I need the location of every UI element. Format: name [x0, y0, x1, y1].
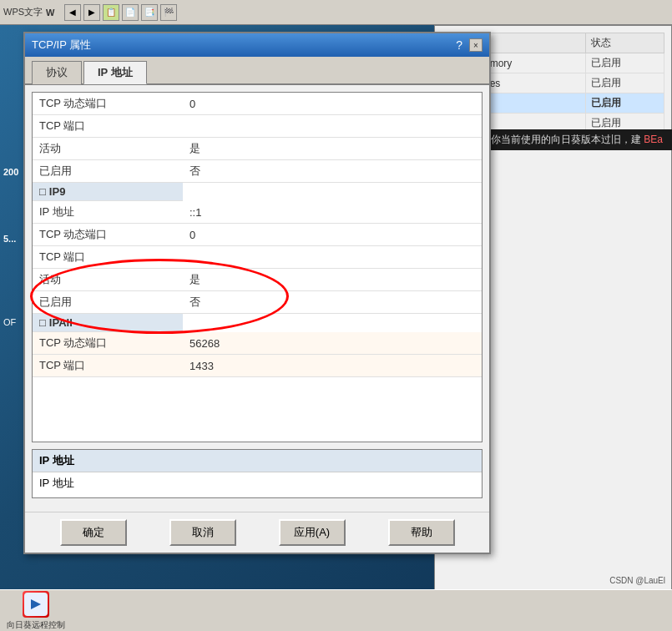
table-row[interactable]: 活动 是 — [33, 138, 482, 160]
prop-value: 否 — [183, 291, 482, 314]
tab-ip-address[interactable]: IP 地址 — [83, 61, 147, 84]
table-row[interactable]: TCP 端口 — [33, 115, 482, 138]
prop-value — [183, 115, 482, 138]
ip-section-header: IP 地址 — [33, 450, 482, 472]
taskbar-bottom: 向日葵远程控制 — [0, 589, 672, 631]
ip-address-section: IP 地址 IP 地址 — [32, 449, 483, 498]
tooltip-text: 你当前使用的向日葵版本过旧，建 — [491, 134, 641, 145]
taskbar-w-label: W — [46, 8, 54, 18]
dialog-tabs: 协议 IP 地址 — [25, 57, 489, 85]
prop-value: 是 — [183, 138, 482, 160]
prop-value: 是 — [183, 269, 482, 291]
table-row[interactable]: TCP 动态端口 0 — [33, 93, 482, 115]
table-row-tcp-port[interactable]: TCP 端口 1433 — [33, 355, 482, 377]
taskbar-top: WPS文字 W ◀ ▶ 📋 📄 📑 🏁 — [0, 0, 672, 25]
sunflower-icon-image — [23, 591, 49, 618]
prop-label: 已启用 — [33, 160, 183, 183]
apply-button[interactable]: 应用(A) — [279, 519, 346, 546]
help-button[interactable]: 帮助 — [388, 519, 455, 546]
table-row-tcp-dynamic[interactable]: TCP 动态端口 56268 — [33, 332, 482, 355]
dialog-titlebar: TCP/IP 属性 ? × — [25, 33, 489, 57]
prop-label: 已启用 — [33, 291, 183, 314]
tooltip-notification: 你当前使用的向日葵版本过旧，建 BEa — [484, 129, 672, 150]
prop-value: ::1 — [183, 201, 482, 224]
table-row[interactable]: 已启用 否 — [33, 291, 482, 314]
table-row[interactable]: TCP 端口 — [33, 246, 482, 269]
section-label: IPAll — [49, 316, 73, 329]
help-icon[interactable]: ? — [456, 38, 462, 52]
prop-value: 0 — [183, 224, 482, 246]
toolbar-icon-2[interactable]: ▶ — [83, 4, 100, 21]
section-ipall[interactable]: □ IPAll — [33, 314, 482, 333]
toolbar-icon-5[interactable]: 📑 — [141, 4, 158, 21]
collapse-icon: □ — [39, 316, 46, 329]
properties-container[interactable]: TCP 动态端口 0 TCP 端口 活动 是 已启用 — [32, 92, 483, 442]
table-row[interactable]: TCP 动态端口 0 — [33, 224, 482, 246]
section-label: IP9 — [49, 185, 66, 198]
row-status: 已启用 — [586, 53, 664, 73]
tab-protocol[interactable]: 协议 — [32, 61, 82, 84]
row-status: 已启用 — [586, 73, 664, 93]
prop-value: 0 — [183, 93, 482, 115]
prop-label: 活动 — [33, 269, 183, 291]
sunflower-label: 向日葵远程控制 — [7, 619, 65, 631]
prop-label: TCP 动态端口 — [33, 224, 183, 246]
tooltip-highlight: BEa — [644, 134, 663, 145]
toolbar-icon-3[interactable]: 📋 — [103, 4, 119, 21]
prop-label: 活动 — [33, 138, 183, 160]
prop-value: 否 — [183, 160, 482, 183]
properties-table: TCP 动态端口 0 TCP 端口 活动 是 已启用 — [33, 93, 482, 377]
collapse-icon: □ — [39, 185, 46, 198]
prop-label: TCP 动态端口 — [33, 332, 183, 355]
table-row[interactable]: 已启用 否 — [33, 160, 482, 183]
side-number-200: 200 — [3, 167, 18, 177]
titlebar-controls: ? × — [456, 38, 483, 52]
row-status: 已启用 — [586, 93, 664, 114]
ok-button[interactable]: 确定 — [60, 519, 127, 546]
table-row[interactable]: 活动 是 — [33, 269, 482, 291]
cancel-button[interactable]: 取消 — [169, 519, 236, 546]
prop-value — [183, 246, 482, 269]
side-number-s: 5... — [3, 234, 16, 244]
prop-label: TCP 动态端口 — [33, 93, 183, 115]
prop-value: 56268 — [183, 332, 482, 355]
close-button[interactable]: × — [469, 38, 483, 52]
toolbar-icon-4[interactable]: 📄 — [122, 4, 139, 21]
prop-label: TCP 端口 — [33, 246, 183, 269]
tcp-ip-dialog: TCP/IP 属性 ? × 协议 IP 地址 TCP 动态端口 0 — [23, 32, 491, 554]
dialog-content: TCP 动态端口 0 TCP 端口 活动 是 已启用 — [25, 85, 489, 512]
prop-label: IP 地址 — [33, 201, 183, 224]
col-status: 状态 — [586, 33, 664, 53]
toolbar-icon-1[interactable]: ◀ — [64, 4, 81, 21]
sunflower-app-icon[interactable]: 向日葵远程控制 — [7, 591, 65, 631]
dialog-title: TCP/IP 属性 — [32, 38, 91, 53]
prop-label: TCP 端口 — [33, 115, 183, 138]
table-row[interactable]: IP 地址 ::1 — [33, 201, 482, 224]
ip-section-content: IP 地址 — [33, 472, 482, 497]
csdn-watermark: CSDN @LauEl — [609, 576, 665, 585]
prop-label: TCP 端口 — [33, 355, 183, 377]
dialog-buttons: 确定 取消 应用(A) 帮助 — [25, 512, 489, 553]
taskbar-wps-label: WPS文字 — [3, 6, 43, 18]
section-ip9[interactable]: □ IP9 — [33, 183, 482, 202]
toolbar-icon-6[interactable]: 🏁 — [160, 4, 177, 21]
prop-value: 1433 — [183, 355, 482, 377]
side-text-of: OF — [3, 317, 16, 327]
